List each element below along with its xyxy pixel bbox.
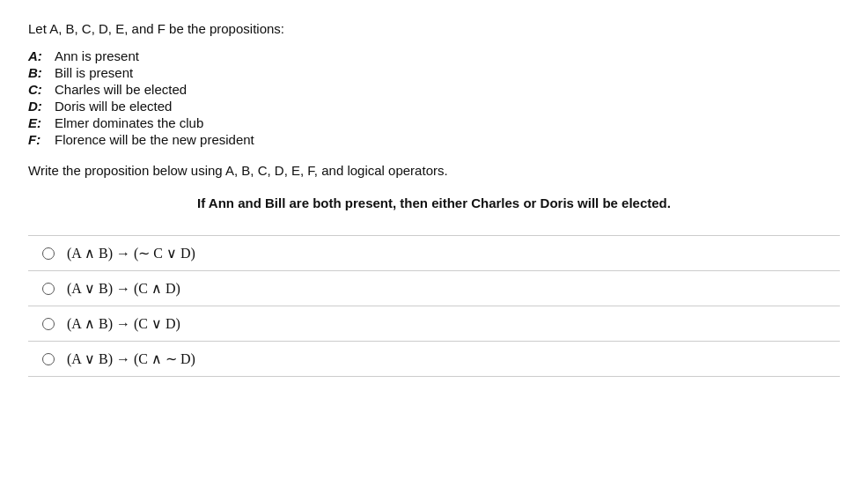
radio-1[interactable] bbox=[42, 247, 55, 260]
prop-text-e: Elmer dominates the club bbox=[55, 115, 203, 130]
answer-options: (A ∧ B) → (∼ C ∨ D) (A ∨ B) → (C ∧ D) (A… bbox=[28, 235, 840, 377]
prop-text-c: Charles will be elected bbox=[55, 82, 187, 97]
prop-row-b: B: Bill is present bbox=[28, 65, 840, 80]
radio-4[interactable] bbox=[42, 353, 55, 365]
radio-3[interactable] bbox=[42, 318, 55, 330]
formula-2: (A ∨ B) → (C ∧ D) bbox=[67, 280, 180, 297]
option-3[interactable]: (A ∧ B) → (C ∨ D) bbox=[28, 306, 840, 342]
prop-row-f: F: Florence will be the new president bbox=[28, 132, 840, 147]
prop-label-f: F: bbox=[28, 132, 55, 147]
prop-label-b: B: bbox=[28, 65, 55, 80]
propositions-list: A: Ann is present B: Bill is present C: … bbox=[28, 48, 840, 147]
prop-text-a: Ann is present bbox=[55, 48, 139, 63]
prop-label-c: C: bbox=[28, 82, 55, 97]
instruction-text: Write the proposition below using A, B, … bbox=[28, 163, 840, 178]
prop-text-f: Florence will be the new president bbox=[55, 132, 254, 147]
prop-label-e: E: bbox=[28, 115, 55, 130]
formula-1: (A ∧ B) → (∼ C ∨ D) bbox=[67, 245, 195, 262]
prop-label-d: D: bbox=[28, 99, 55, 114]
prop-label-a: A: bbox=[28, 48, 55, 63]
option-4[interactable]: (A ∨ B) → (C ∧ ∼ D) bbox=[28, 342, 840, 377]
option-2[interactable]: (A ∨ B) → (C ∧ D) bbox=[28, 271, 840, 306]
prop-row-a: A: Ann is present bbox=[28, 48, 840, 63]
formula-4: (A ∨ B) → (C ∧ ∼ D) bbox=[67, 350, 195, 367]
prop-row-e: E: Elmer dominates the club bbox=[28, 115, 840, 130]
proposition-statement: If Ann and Bill are both present, then e… bbox=[28, 195, 840, 210]
option-1[interactable]: (A ∧ B) → (∼ C ∨ D) bbox=[28, 235, 840, 271]
prop-text-b: Bill is present bbox=[55, 65, 133, 80]
formula-3: (A ∧ B) → (C ∨ D) bbox=[67, 315, 180, 332]
prop-row-c: C: Charles will be elected bbox=[28, 82, 840, 97]
prop-row-d: D: Doris will be elected bbox=[28, 99, 840, 114]
intro-text: Let A, B, C, D, E, and F be the proposit… bbox=[28, 21, 840, 36]
radio-2[interactable] bbox=[42, 283, 55, 295]
prop-text-d: Doris will be elected bbox=[55, 99, 172, 114]
